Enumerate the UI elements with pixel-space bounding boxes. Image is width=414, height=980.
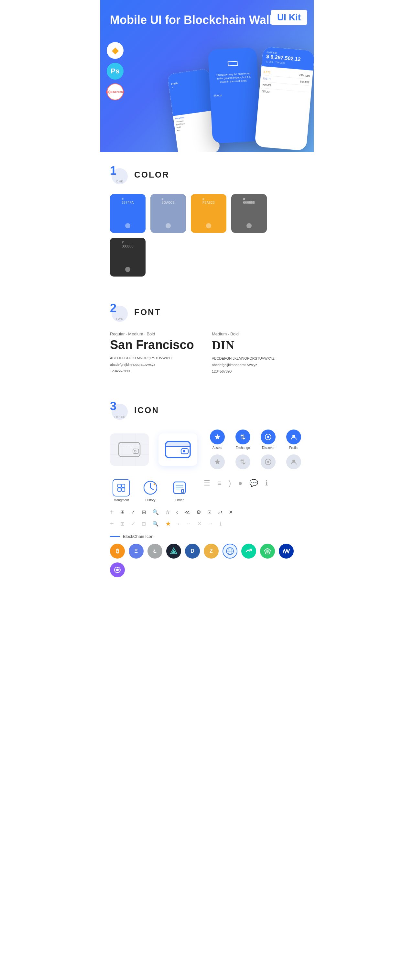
matic-svg (282, 549, 290, 554)
stack-icon: ≡ (217, 479, 221, 487)
grid-coin-svg (226, 547, 234, 555)
chat-icon: ☰ (204, 479, 210, 487)
discover-icon-svg (264, 433, 272, 441)
misc-icons-col: ☰ ≡ ) ● 💬 ℹ (204, 479, 268, 487)
swatch-blue: #3574FA (110, 194, 145, 233)
bancor-svg (114, 566, 121, 573)
mangment-icon (113, 479, 130, 496)
wallet-blue-svg (165, 439, 191, 460)
assets-icon-svg (214, 433, 221, 441)
font-section-title: FONT (134, 307, 161, 317)
litecoin-icon: Ł (148, 544, 162, 558)
dash-icon: D (185, 544, 200, 558)
svg-rect-9 (166, 441, 190, 447)
mgmt-row: Mangment History (110, 479, 304, 502)
moon-icon: ) (229, 479, 231, 487)
mangment-svg (117, 483, 126, 492)
swatch-dark: #303030 (110, 238, 145, 277)
history-icon (142, 479, 159, 496)
close-icon: ✕ (229, 509, 233, 515)
swatch-gray: #666666 (231, 194, 267, 233)
x-icon-gray: ✕ (197, 521, 202, 527)
plus-icon-gray: + (110, 520, 114, 528)
phone-middle: ▭ Character may be manifested in the gre… (208, 47, 261, 143)
order-icon-item: Order (168, 479, 191, 502)
nav-profile: Profile (283, 430, 304, 450)
svg-point-12 (183, 450, 185, 452)
swatch-orange: #F5A623 (191, 194, 226, 233)
star-icon-active: ★ (165, 520, 171, 528)
font-section-header: 2 TWO FONT (110, 302, 304, 322)
icon-section-title: ICON (134, 405, 159, 415)
color-section-title: COLOR (134, 170, 169, 180)
font-san-francisco: Regular · Medium · Bold San Francisco AB… (110, 331, 202, 374)
steem-svg (245, 547, 253, 555)
section-num-2: 2 TWO (110, 302, 129, 322)
history-icon-item: History (139, 479, 162, 502)
assets-icon-bg (210, 430, 225, 444)
profile-icon-gray-bg (286, 454, 301, 469)
font-grid: Regular · Medium · Bold San Francisco AB… (110, 331, 304, 374)
grid-lines-svg (110, 433, 149, 466)
exchange-icon-bg (236, 430, 250, 444)
wallet-icon-ghost (110, 433, 149, 466)
nav-discover-gray (258, 454, 279, 469)
discover-icon-gray-bg (261, 454, 275, 469)
screens-badge: 60+ Screens (107, 83, 124, 100)
svg-point-15 (292, 435, 295, 437)
hero-section: Mobile UI for Blockchain Wallet UI Kit ◆… (100, 0, 314, 152)
verge-svg (170, 547, 178, 555)
discover-label: Discover (262, 446, 275, 450)
list-icon: ⊞ (120, 509, 124, 515)
mgmt-icon-item: Mangment (110, 479, 132, 502)
exchange-label: Exchange (236, 446, 250, 450)
nav-assets: Assets (207, 430, 228, 450)
check-icon: ✓ (131, 509, 135, 515)
exchange-icon-svg (239, 433, 247, 441)
crypto-icons-row: ₿ Ξ Ł D Z (110, 544, 304, 578)
augur-icon (260, 544, 275, 558)
phone-mockups: Profile Ai Mangment Message Red Callor N… (168, 16, 314, 152)
bancor-icon (110, 562, 125, 578)
info-icon-gray: ℹ (220, 521, 221, 527)
zcash-icon: Z (204, 544, 219, 558)
tool-icons-row1: + ⊞ ✓ ⊟ 🔍 ☆ ‹ ≪ ⚙ ⊡ ⇄ ✕ (110, 508, 304, 516)
history-svg (142, 480, 158, 496)
svg-rect-21 (118, 488, 121, 491)
check-icon-gray: ✓ (131, 521, 135, 527)
ps-badge: Ps (107, 63, 124, 80)
qr-icon-gray: ⊟ (142, 521, 146, 527)
color-section: 1 ONE COLOR #3574FA #8DA0C8 #F5A623 #666… (100, 152, 314, 290)
grid-coin-icon (223, 544, 237, 558)
profile-icon-svg (290, 433, 297, 441)
assets-icon-gray-bg (210, 454, 225, 469)
back-icon: ‹ (176, 509, 178, 515)
tool-icons-row2: + ⊞ ✓ ⊟ 🔍 ★ ‹ ↔ ✕ → ℹ (110, 520, 304, 528)
wallet-icon-blue (158, 433, 197, 466)
forward-icon-gray: → (208, 521, 213, 527)
nav-exchange: Exchange (232, 430, 253, 450)
search-icon: 🔍 (152, 509, 159, 515)
sketch-badge: ◆ (107, 42, 124, 59)
order-svg (172, 480, 186, 495)
steem-icon (241, 544, 256, 558)
plus-icon: + (110, 508, 114, 516)
nav-exchange-gray (232, 454, 253, 469)
verge-icon (166, 544, 181, 558)
icon-section-header: 3 THREE ICON (110, 401, 304, 420)
back-icon-gray: ‹ (178, 521, 179, 527)
svg-point-17 (267, 461, 269, 463)
save-icon: ⊡ (207, 509, 212, 515)
star-icon: ☆ (165, 509, 170, 515)
profile-icon-gray-svg (290, 458, 297, 465)
history-label: History (145, 498, 155, 502)
sketch-icon: ◆ (112, 46, 118, 56)
screens-count: 60+ (106, 89, 113, 94)
color-swatches: #3574FA #8DA0C8 #F5A623 #666666 #303030 (110, 194, 304, 277)
phone-right: myWallet $ 6,297,502.12 12-298758-2003 ₿… (255, 46, 314, 151)
discover-icon-bg (261, 430, 275, 444)
section-num-3: 3 THREE (110, 401, 129, 420)
section-num-1: 1 ONE (110, 165, 129, 185)
profile-icon-bg (286, 430, 301, 444)
font-section: 2 TWO FONT Regular · Medium · Bold San F… (100, 290, 314, 387)
